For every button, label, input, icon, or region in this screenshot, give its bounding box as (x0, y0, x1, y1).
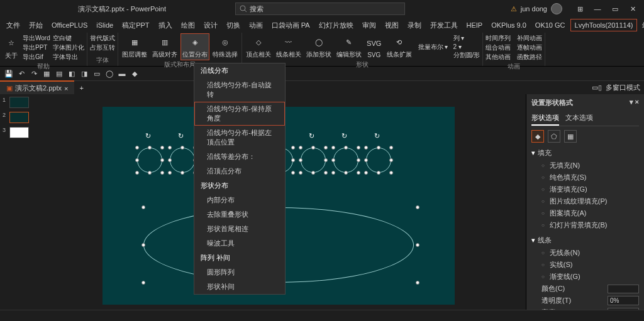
menu-录制[interactable]: 录制 (404, 19, 425, 32)
menu-item[interactable]: 形状首尾相连 (194, 222, 285, 236)
col-n[interactable]: 2 ▾ (453, 43, 480, 50)
menu-开始[interactable]: 开始 (25, 19, 47, 32)
selection-handle[interactable] (324, 171, 328, 175)
other-anim[interactable]: 其他动画 (486, 53, 511, 62)
selection-handle[interactable] (160, 171, 164, 175)
selection-handle[interactable] (180, 146, 184, 150)
circle-shape[interactable] (366, 148, 391, 173)
line-color-swatch[interactable] (608, 285, 639, 293)
time-seq[interactable]: 时间序列 (486, 34, 511, 43)
blank-key[interactable]: 空白键 (53, 34, 84, 43)
add-tab-button[interactable]: + (74, 82, 88, 94)
fill-option[interactable]: 幻灯片背景填充(B) (531, 219, 639, 231)
selection-handle[interactable] (357, 146, 360, 150)
menu-幻云神器导航2.0[interactable]: 幻云神器导航2.0 (638, 19, 644, 32)
selection-handle[interactable] (389, 158, 393, 162)
fill-option[interactable]: 图案填充(A) (531, 207, 639, 219)
font-to-img[interactable]: 字体图片化 (53, 43, 84, 52)
qat-icon[interactable]: ◧ (67, 68, 77, 79)
about-button[interactable]: ☆关于 (3, 35, 20, 61)
selection-handle[interactable] (377, 171, 380, 175)
selection-handle[interactable] (142, 243, 145, 247)
selection-handle[interactable] (344, 146, 348, 150)
ribbon-特殊选择[interactable]: ◎特殊选择 (211, 34, 239, 60)
selection-handle[interactable] (331, 146, 335, 150)
pane-menu-icon[interactable]: ▾ × (630, 98, 639, 107)
fill-icon[interactable]: ◆ (531, 130, 544, 143)
menu-item[interactable]: 沿线均匀分布-根据左顶点位置 (194, 126, 285, 150)
menu-item[interactable]: 圆形阵列 (194, 265, 285, 280)
ribbon-图层调整[interactable]: ▦图层调整 (121, 34, 148, 60)
avatar[interactable] (551, 3, 562, 14)
selection-handle[interactable] (357, 158, 360, 162)
line-option[interactable]: 无线条(N) (531, 247, 639, 259)
selection-handle[interactable] (168, 158, 172, 162)
selection-handle[interactable] (135, 158, 139, 162)
selection-handle[interactable] (291, 158, 295, 162)
selection-handle[interactable] (389, 171, 393, 175)
selection-handle[interactable] (416, 205, 419, 209)
ribbon-线条扩展[interactable]: ⟲线条扩展 (386, 34, 413, 60)
selection-handle[interactable] (291, 171, 295, 175)
selection-handle[interactable] (299, 158, 303, 162)
selection-handle[interactable] (148, 146, 152, 150)
rotate-handle-icon[interactable]: ↻ (374, 132, 383, 141)
menu-item[interactable]: 去除重叠形状 (194, 207, 285, 222)
selection-handle[interactable] (168, 146, 172, 150)
menu-item[interactable]: 内部分布 (194, 193, 285, 207)
selection-handle[interactable] (291, 146, 295, 150)
selection-handle[interactable] (160, 146, 164, 150)
menu-OfficePLUS[interactable]: OfficePLUS (48, 19, 91, 31)
selection-handle[interactable] (299, 171, 303, 175)
selection-handle[interactable] (357, 171, 360, 175)
export-word[interactable]: 导出Word (23, 34, 50, 43)
menu-OK10 GC[interactable]: OK10 GC (531, 19, 569, 31)
undo-icon[interactable]: ↶ (16, 68, 26, 79)
selection-handle[interactable] (344, 171, 348, 175)
close-icon[interactable]: ✕ (624, 0, 641, 18)
effects-icon[interactable]: ⬠ (548, 130, 560, 143)
selection-handle[interactable] (331, 171, 335, 175)
tween-anim[interactable]: 补间动画 (517, 34, 542, 43)
menu-插入[interactable]: 插入 (155, 19, 176, 32)
save-icon[interactable]: 💾 (4, 68, 14, 79)
shape-options-tab[interactable]: 形状选项 (531, 111, 559, 126)
split-circ[interactable]: 分割圆/形 (453, 51, 480, 60)
qat-icon[interactable]: ▦ (42, 68, 52, 79)
circle-shape[interactable] (301, 148, 326, 173)
menu-切换[interactable]: 切换 (223, 19, 244, 32)
menu-item[interactable]: 沿顶点分布 (194, 164, 285, 178)
user-name[interactable]: jun dong (521, 5, 547, 13)
selection-handle[interactable] (311, 171, 315, 175)
menu-lvyhtools[interactable]: LvyhTools(201114) (570, 19, 638, 31)
ribbon-高级对齐[interactable]: ▥高级对齐 (151, 34, 179, 60)
ribbon-添加形状[interactable]: ◯添加形状 (305, 34, 333, 60)
selection-handle[interactable] (142, 205, 145, 209)
frame-anim[interactable]: 逐帧动画 (517, 43, 542, 52)
selection-handle[interactable] (324, 158, 328, 162)
fill-option[interactable]: 图片或纹理填充(P) (531, 195, 639, 207)
export-gif[interactable]: 导出Gif (23, 53, 50, 62)
selection-handle[interactable] (180, 171, 184, 175)
menu-文件[interactable]: 文件 (3, 19, 24, 32)
redo-icon[interactable]: ↷ (29, 68, 39, 79)
slide-thumb-1[interactable] (9, 97, 29, 108)
font-export[interactable]: 字体导出 (53, 53, 84, 62)
selection-handle[interactable] (135, 146, 139, 150)
maximize-icon[interactable]: ▭ (606, 0, 624, 18)
rotate-handle-icon[interactable]: ↻ (309, 132, 318, 141)
menu-设计[interactable]: 设计 (200, 19, 221, 32)
menu-HEIP[interactable]: HEIP (463, 19, 487, 31)
menu-口袋动画 PA[interactable]: 口袋动画 PA (268, 19, 314, 32)
rotate-handle-icon[interactable]: ↻ (341, 132, 350, 141)
menu-开发工具[interactable]: 开发工具 (426, 19, 462, 32)
circle-shape[interactable] (333, 148, 358, 173)
func-path[interactable]: 函数路径 (517, 53, 542, 62)
qat-icon[interactable]: ◯ (104, 68, 114, 79)
ribbon-线条相关[interactable]: 〰线条相关 (275, 34, 303, 60)
ribbon-SVG[interactable]: SVGSVG (365, 35, 383, 59)
selection-handle[interactable] (377, 146, 380, 150)
selection-handle[interactable] (364, 171, 368, 175)
slide-thumb-3[interactable] (9, 127, 29, 138)
placeholder-swap[interactable]: 占形互转 (90, 43, 115, 52)
